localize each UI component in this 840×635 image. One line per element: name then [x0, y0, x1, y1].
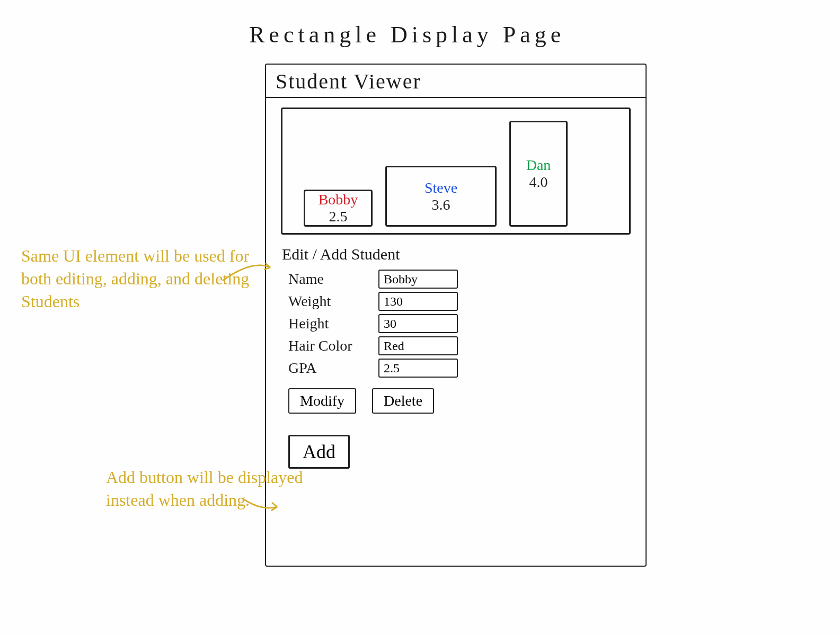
edit-button-row: Modify Delete: [288, 388, 630, 414]
student-gpa-label: 2.5: [329, 208, 348, 225]
height-input[interactable]: [378, 314, 458, 333]
page-title: Rectangle Display Page: [249, 21, 565, 48]
hair-color-label: Hair Color: [288, 337, 378, 354]
form-row-gpa: GPA: [288, 359, 630, 378]
arrow-icon: [220, 257, 278, 286]
window-title: Student Viewer: [266, 65, 646, 98]
hair-color-input[interactable]: [378, 336, 458, 355]
weight-label: Weight: [288, 293, 378, 310]
name-input[interactable]: [378, 270, 458, 289]
height-label: Height: [288, 315, 378, 332]
student-gpa-label: 3.6: [432, 196, 450, 213]
delete-button[interactable]: Delete: [372, 388, 434, 414]
form-row-height: Height: [288, 314, 630, 333]
edit-add-form: Edit / Add Student Name Weight Height Ha…: [266, 245, 646, 469]
gpa-input[interactable]: [378, 359, 458, 378]
annotation-add-button: Add button will be displayed instead whe…: [106, 466, 339, 512]
form-row-name: Name: [288, 270, 630, 289]
student-card-steve[interactable]: Steve 3.6: [385, 166, 497, 227]
name-label: Name: [288, 271, 378, 288]
form-row-weight: Weight: [288, 292, 630, 311]
annotation-shared-ui: Same UI element will be used for both ed…: [21, 245, 254, 314]
form-heading: Edit / Add Student: [282, 245, 630, 263]
weight-input[interactable]: [378, 292, 458, 311]
student-name-label: Bobby: [319, 191, 358, 208]
modify-button[interactable]: Modify: [288, 388, 356, 414]
student-card-dan[interactable]: Dan 4.0: [509, 121, 568, 227]
add-button[interactable]: Add: [288, 435, 350, 469]
student-name-label: Steve: [425, 180, 457, 196]
student-gpa-label: 4.0: [529, 174, 548, 191]
arrow-icon: [241, 495, 284, 516]
student-name-label: Dan: [526, 157, 551, 174]
student-display-area: Bobby 2.5 Steve 3.6 Dan 4.0: [281, 108, 631, 235]
gpa-label: GPA: [288, 360, 378, 377]
form-row-hair-color: Hair Color: [288, 336, 630, 355]
student-card-bobby[interactable]: Bobby 2.5: [304, 190, 373, 227]
